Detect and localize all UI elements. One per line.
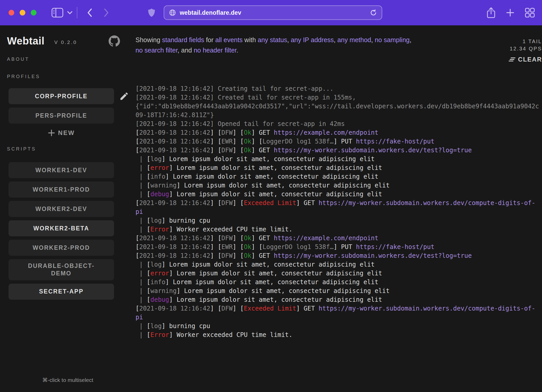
filter-text: for (204, 36, 215, 43)
log-text: ] [ (210, 235, 221, 242)
script-button-worker1-dev[interactable]: WORKER1-DEV (9, 162, 114, 178)
log-text: [ (147, 226, 150, 233)
script-button-worker2-prod[interactable]: WORKER2-PROD (9, 240, 114, 256)
filter-link[interactable]: no sampling (375, 36, 410, 43)
log-text: [ (147, 322, 150, 330)
log-text: [ (147, 261, 150, 268)
toolbar-right-actions (487, 7, 535, 18)
plus-icon (48, 129, 55, 137)
about-link[interactable]: ABOUT (7, 57, 136, 62)
log-line: pi (136, 313, 542, 322)
log-url-link[interactable]: https://fake-host/put (356, 243, 434, 251)
log-text: | (136, 182, 147, 189)
log-line: | [log] burning cpu (136, 216, 542, 225)
log-text: ] GET (296, 305, 319, 312)
script-button-secret-app[interactable]: SECRET-APP (9, 284, 114, 300)
log-text: 2021-09-18 12:16:42 (139, 199, 210, 207)
scripts-list: WORKER1-DEVWORKER1-PRODWORKER2-DEVWORKER… (0, 162, 136, 300)
log-text: [ (147, 164, 150, 171)
log-text: ] GET (251, 129, 274, 136)
log-text: | (136, 322, 147, 330)
github-icon[interactable] (109, 35, 120, 47)
script-button-worker2-dev[interactable]: WORKER2-DEV (9, 201, 114, 217)
clear-button-label: CLEAR (518, 56, 542, 63)
zoom-button[interactable] (31, 10, 36, 16)
privacy-shield-icon[interactable] (148, 8, 155, 17)
filter-text: . (237, 47, 238, 54)
filter-link[interactable]: standard fields (162, 36, 204, 43)
forward-button[interactable] (104, 8, 109, 17)
log-text: 2021-09-18 12:16:42 (139, 235, 210, 242)
close-button[interactable] (9, 10, 14, 16)
log-text: debug (150, 296, 169, 303)
new-tab-icon[interactable] (506, 8, 515, 17)
log-text: [ (147, 182, 150, 189)
log-line: [2021-09-18 12:16:42] [DFW] [Ok] GET htt… (136, 128, 542, 137)
filter-line: Showing standard fields for all events w… (136, 35, 411, 45)
log-text: Exceeded Limit (244, 305, 296, 312)
log-text: EWR (221, 138, 232, 145)
log-text: ] [ (233, 305, 244, 312)
reload-button[interactable] (370, 9, 377, 16)
scripts-section-label: SCRIPTS (7, 146, 136, 152)
sidebar-toggle-icon[interactable] (51, 8, 63, 18)
log-url-link[interactable]: pi (136, 208, 143, 215)
tab-overview-icon[interactable] (525, 8, 535, 18)
log-text: 2021-09-18 12:16:42 (139, 129, 210, 136)
log-text: [ (147, 217, 150, 224)
script-button-worker1-prod[interactable]: WORKER1-PROD (9, 182, 114, 198)
back-button[interactable] (87, 8, 92, 17)
filter-link[interactable]: all events (215, 36, 243, 43)
log-text: [ (136, 305, 139, 312)
log-line: [2021-09-18 12:16:42] [EWR] [Ok] [Logger… (136, 243, 542, 251)
globe-icon (169, 9, 176, 16)
log-text: | (136, 261, 147, 268)
log-line: [2021-09-18 12:16:42] [DFW] [Exceeded Li… (136, 304, 542, 313)
log-url-link[interactable]: pi (136, 314, 143, 321)
log-text: ] Lorem ipsum dolor sit amet, consectetu… (169, 270, 382, 277)
edit-profile-button[interactable] (119, 91, 129, 101)
log-line: [2021-09-18 12:16:42] Created tail for s… (136, 93, 542, 102)
log-url-link[interactable]: https://example.com/endpoint (274, 129, 379, 136)
profile-button-corp-profile[interactable]: CORP-PROFILE (9, 88, 114, 104)
log-text: ] [ (210, 305, 221, 312)
filter-link[interactable]: no search filter (136, 47, 178, 54)
new-profile-button[interactable]: NEW (9, 129, 114, 137)
script-button-worker2-beta[interactable]: WORKER2-BETA (9, 220, 114, 236)
address-bar[interactable]: webtail.denoflare.dev (164, 5, 382, 20)
script-row: WORKER1-DEV (9, 162, 136, 178)
log-url-link[interactable]: https://my-worker.subdomain.workers.dev/… (274, 147, 472, 154)
log-url-link[interactable]: https://my-worker.subdomain.workers.dev/… (319, 305, 535, 312)
minimize-button[interactable] (20, 10, 25, 16)
log-text: [ (136, 199, 139, 207)
script-button-durable-object-demo[interactable]: DURABLE-OBJECT- DEMO (9, 259, 114, 280)
log-text: | (136, 173, 147, 180)
filter-link[interactable]: no header filter (194, 47, 236, 54)
clear-button[interactable]: CLEAR (509, 56, 542, 63)
stats-panel: 1 TAIL 12.34 QPS CLEAR (509, 38, 542, 63)
log-url-link[interactable]: https://my-worker.subdomain.workers.dev/… (319, 199, 535, 207)
log-text: ] PUT (334, 138, 356, 145)
filter-link[interactable]: any method (337, 36, 371, 43)
log-text: Ok (244, 252, 251, 259)
profiles-list: CORP-PROFILEPERS-PROFILE (0, 88, 136, 124)
log-line: | [info] Lorem ipsum dolor sit amet, con… (136, 278, 542, 287)
filter-summary: Showing standard fields for all events w… (136, 35, 411, 63)
filter-text: with (243, 36, 258, 43)
log-url-link[interactable]: https://my-worker.subdomain.workers.dev/… (274, 252, 472, 259)
log-text: EWR (221, 243, 232, 251)
log-line: | [log] burning cpu (136, 322, 542, 330)
log-text: [ (136, 129, 139, 136)
filter-link[interactable]: any IP address (291, 36, 334, 43)
chevron-down-icon[interactable] (67, 11, 73, 14)
share-icon[interactable] (487, 7, 495, 18)
log-url-link[interactable]: https://fake-host/put (356, 138, 434, 145)
log-text: Ok (244, 235, 251, 242)
log-text: | (136, 270, 147, 277)
log-url-link[interactable]: https://example.com/endpoint (274, 235, 379, 242)
profile-button-pers-profile[interactable]: PERS-PROFILE (9, 108, 114, 124)
log-text: ] [ (233, 129, 244, 136)
filter-link[interactable]: any status (258, 36, 287, 43)
log-text: ] Lorem ipsum dolor sit amet, consectetu… (177, 182, 390, 189)
log-text: log (150, 217, 162, 224)
